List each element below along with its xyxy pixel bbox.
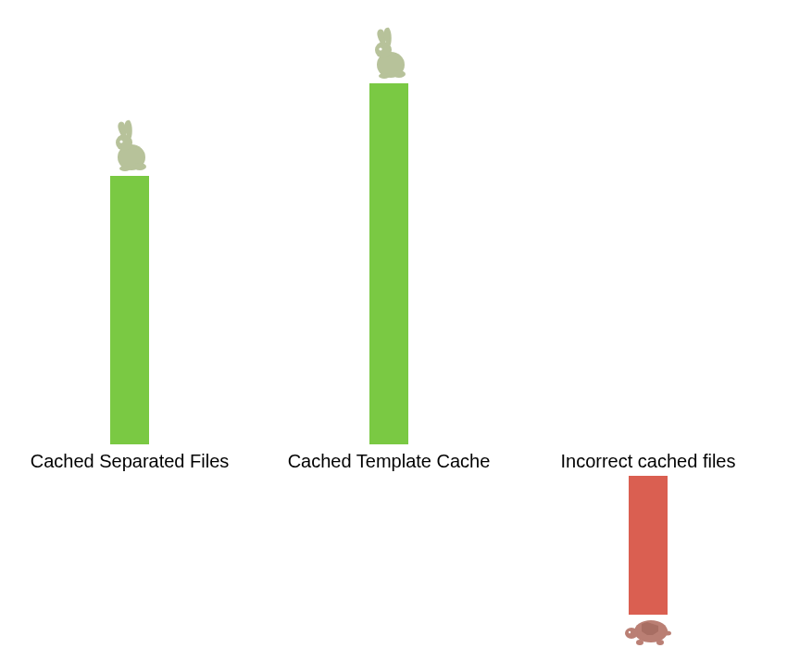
svg-point-3 <box>119 166 131 171</box>
svg-point-2 <box>133 163 146 170</box>
category-label: Incorrect cached files <box>528 450 768 472</box>
svg-point-12 <box>636 640 643 645</box>
chart-bar <box>110 176 149 444</box>
svg-point-13 <box>656 640 664 645</box>
chart-bar <box>369 83 408 444</box>
svg-point-8 <box>379 73 390 79</box>
chart-column: Incorrect cached files <box>528 0 768 648</box>
svg-point-7 <box>393 70 406 78</box>
svg-point-4 <box>119 140 122 143</box>
chart-bar <box>629 476 668 615</box>
svg-point-11 <box>625 628 638 639</box>
svg-point-9 <box>379 47 381 50</box>
chart-column: Cached Template Cache <box>269 0 509 648</box>
category-label: Cached Separated Files <box>9 450 250 472</box>
category-label: Cached Template Cache <box>269 450 509 472</box>
bar-chart: Cached Separated Files Cached Template C… <box>0 0 812 648</box>
chart-column: Cached Separated Files <box>9 0 250 648</box>
rabbit-icon <box>366 26 412 80</box>
rabbit-icon <box>106 118 153 172</box>
turtle-icon <box>623 617 673 648</box>
svg-point-14 <box>664 631 671 636</box>
svg-point-15 <box>629 631 631 633</box>
